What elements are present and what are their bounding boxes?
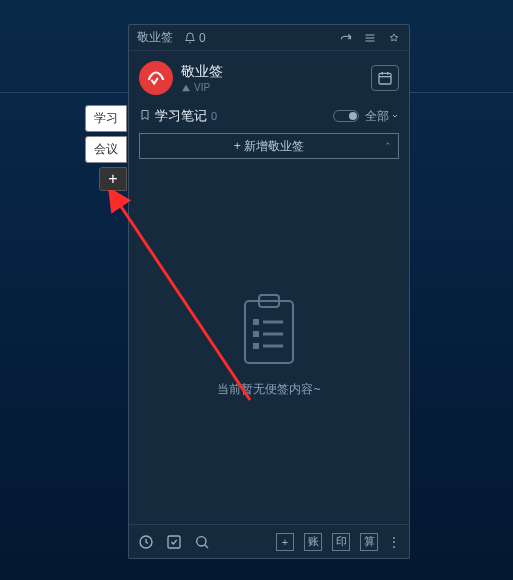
history-icon[interactable]: [137, 533, 155, 551]
clipboard-icon: [237, 293, 301, 369]
header: 敬业签 VIP: [129, 51, 409, 103]
add-note-button[interactable]: + 新增敬业签 ⌃: [139, 133, 399, 159]
footer-add-button[interactable]: +: [276, 533, 294, 551]
notification-count: 0: [199, 31, 206, 45]
search-icon[interactable]: [193, 533, 211, 551]
side-tab-add[interactable]: +: [99, 167, 127, 191]
section-name[interactable]: 学习笔记: [155, 107, 207, 125]
chevron-down-icon: [391, 112, 399, 120]
footer-toolbar: + 账 印 算 ⋮: [129, 524, 409, 558]
app-name: 敬业签: [181, 63, 371, 81]
svg-rect-9: [253, 319, 259, 325]
app-logo: [139, 61, 173, 95]
svg-rect-7: [245, 301, 293, 363]
svg-rect-3: [379, 73, 391, 84]
footer-account-button[interactable]: 账: [304, 533, 322, 551]
bell-icon: [183, 31, 197, 45]
content-area: 当前暂无便签内容~: [129, 167, 409, 524]
empty-state-text: 当前暂无便签内容~: [217, 381, 320, 398]
calendar-button[interactable]: [371, 65, 399, 91]
svg-rect-11: [253, 331, 259, 337]
svg-point-17: [197, 536, 206, 545]
footer-print-button[interactable]: 印: [332, 533, 350, 551]
footer-calc-button[interactable]: 算: [360, 533, 378, 551]
sync-icon[interactable]: [339, 31, 353, 45]
add-note-label: + 新增敬业签: [234, 138, 304, 155]
footer-more-icon[interactable]: ⋮: [388, 535, 401, 549]
notification-indicator[interactable]: 0: [183, 31, 206, 45]
svg-line-18: [205, 544, 208, 547]
side-tab-list: 学习 会议 +: [85, 105, 127, 191]
side-tab-study[interactable]: 学习: [85, 105, 127, 132]
pin-icon[interactable]: [387, 31, 401, 45]
svg-rect-13: [253, 343, 259, 349]
svg-rect-16: [168, 536, 180, 548]
section-count: 0: [211, 110, 217, 122]
toggle-switch[interactable]: [333, 110, 359, 122]
side-tab-meeting[interactable]: 会议: [85, 136, 127, 163]
vip-label: VIP: [194, 82, 210, 93]
expand-icon: ⌃: [384, 141, 392, 151]
vip-badge: VIP: [181, 82, 371, 93]
checkbox-icon[interactable]: [165, 533, 183, 551]
bookmark-icon: [139, 109, 151, 124]
app-window: 敬业签 0 敬业签: [128, 24, 410, 559]
window-title: 敬业签: [137, 29, 173, 46]
filter-label-text: 全部: [365, 108, 389, 125]
section-bar: 学习笔记 0 全部: [129, 103, 409, 129]
filter-dropdown[interactable]: 全部: [365, 108, 399, 125]
menu-icon[interactable]: [363, 31, 377, 45]
titlebar: 敬业签 0: [129, 25, 409, 51]
